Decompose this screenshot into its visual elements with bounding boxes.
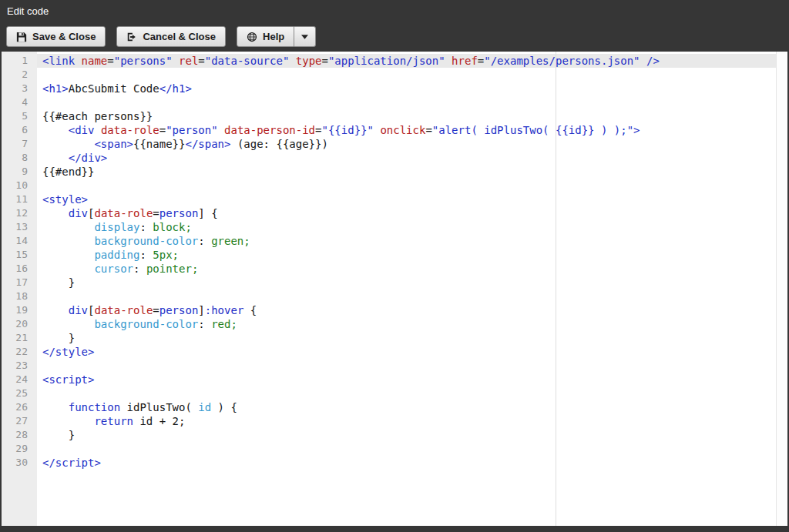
line-number: 6 — [2, 123, 37, 137]
titlebar: Edit code — [0, 0, 789, 22]
code-line[interactable]: function idPlusTwo( id ) { — [37, 400, 787, 414]
code-line[interactable]: <h1>AbcSubmit Code</h1> — [37, 82, 787, 95]
code-token: <link — [42, 55, 82, 67]
code-token: href — [452, 55, 478, 67]
code-line[interactable] — [37, 179, 787, 192]
code-line[interactable]: <link name="persons" rel="data-source" t… — [37, 54, 787, 68]
code-token — [42, 249, 94, 261]
save-icon — [16, 32, 27, 42]
code-token: 5px; — [153, 249, 179, 261]
code-line[interactable]: {{#end}} — [37, 165, 787, 179]
code-token: </h1> — [159, 82, 192, 95]
code-line[interactable] — [37, 442, 787, 456]
code-line[interactable]: <span>{{name}}</span> (age: {{age}}) — [37, 137, 787, 151]
line-number: 14 — [2, 234, 37, 248]
code-token: </div> — [69, 152, 108, 164]
line-number: 19 — [2, 303, 37, 317]
code-line[interactable] — [37, 95, 787, 109]
scrollbar-track[interactable] — [776, 52, 787, 526]
code-line[interactable]: return id + 2; — [37, 414, 787, 428]
line-number: 22 — [2, 345, 37, 359]
line-number: 27 — [2, 414, 37, 428]
code-token: ) { — [211, 401, 237, 413]
code-line[interactable] — [37, 386, 787, 400]
code-token: onclick — [380, 124, 425, 136]
cancel-button-label: Cancel & Close — [143, 31, 216, 42]
code-line[interactable]: <div data-role="person" data-person-id="… — [37, 123, 787, 137]
code-line[interactable]: } — [37, 331, 787, 345]
code-line[interactable]: div[data-role=person] { — [37, 206, 787, 220]
code-token — [42, 235, 94, 247]
code-token: person — [159, 304, 199, 316]
code-token: red; — [211, 318, 237, 330]
line-number: 3 — [2, 82, 37, 95]
code-token — [42, 318, 94, 330]
code-token: return — [94, 415, 133, 427]
gutter: 1234567891011121314151617181920212223242… — [2, 52, 37, 526]
help-button[interactable]: Help — [237, 26, 294, 47]
line-number: 8 — [2, 151, 37, 165]
code-token: = — [107, 55, 113, 67]
code-token: = — [159, 124, 166, 136]
code-token: (age: {{age}}) — [230, 138, 327, 150]
code-token: name — [82, 55, 108, 67]
code-line[interactable]: cursor: pointer; — [37, 262, 787, 276]
code-token: function — [69, 401, 120, 413]
code-token — [42, 138, 94, 150]
line-number: 4 — [2, 95, 37, 109]
code-line[interactable] — [37, 359, 787, 373]
line-number: 26 — [2, 400, 37, 414]
code-token — [445, 55, 452, 67]
line-number: 13 — [2, 220, 37, 234]
code-line[interactable]: </script> — [37, 456, 787, 470]
code-token: "{{id}}" — [322, 124, 374, 136]
code-line[interactable]: {{#each persons}} — [37, 109, 787, 123]
line-number: 23 — [2, 359, 37, 373]
line-number: 9 — [2, 165, 37, 179]
line-number: 21 — [2, 331, 37, 345]
code-line[interactable]: <script> — [37, 373, 787, 386]
code-line[interactable]: </style> — [37, 345, 787, 359]
code-token: </span> — [185, 138, 230, 150]
code-line[interactable] — [37, 289, 787, 303]
code-token: <h1> — [42, 82, 69, 95]
code-token: "/examples/persons.json" — [484, 55, 640, 67]
code-token: block; — [153, 221, 192, 233]
line-number: 20 — [2, 317, 37, 331]
code-editor[interactable]: 1234567891011121314151617181920212223242… — [2, 52, 787, 526]
save-button[interactable]: Save & Close — [6, 26, 106, 47]
cancel-button[interactable]: Cancel & Close — [116, 26, 226, 47]
code-token: "person" — [166, 124, 217, 136]
code-line[interactable]: } — [37, 276, 787, 289]
code-token: <style> — [42, 193, 88, 206]
code-line[interactable]: display: block; — [37, 220, 787, 234]
code-area[interactable]: <link name="persons" rel="data-source" t… — [37, 52, 787, 526]
code-token: {{#end}} — [42, 166, 94, 178]
code-line[interactable]: background-color: red; — [37, 317, 787, 331]
code-token — [218, 124, 224, 136]
line-number: 12 — [2, 206, 37, 220]
code-line[interactable]: background-color: green; — [37, 234, 787, 248]
code-token: person — [159, 207, 199, 219]
code-token: id — [198, 401, 211, 413]
code-token: cursor — [94, 263, 133, 275]
code-line[interactable]: <style> — [37, 192, 787, 206]
code-line[interactable]: padding: 5px; — [37, 248, 787, 262]
code-token — [42, 263, 94, 275]
code-token: /> — [646, 55, 660, 67]
code-token — [42, 415, 94, 427]
code-line[interactable] — [37, 68, 787, 82]
code-token: data-person-id — [224, 124, 315, 136]
code-line[interactable]: div[data-role=person]:hover { — [37, 303, 787, 317]
code-line[interactable]: } — [37, 428, 787, 442]
code-token: green; — [211, 235, 250, 247]
code-token: "data-source" — [205, 55, 290, 67]
code-token: data-role — [94, 207, 153, 219]
code-token — [289, 55, 295, 67]
line-number: 24 — [2, 373, 37, 386]
help-dropdown-button[interactable] — [294, 26, 316, 47]
code-line[interactable]: </div> — [37, 151, 787, 165]
code-token: = — [315, 124, 321, 136]
code-token: background-color — [94, 318, 198, 330]
code-token: <div — [69, 124, 101, 136]
